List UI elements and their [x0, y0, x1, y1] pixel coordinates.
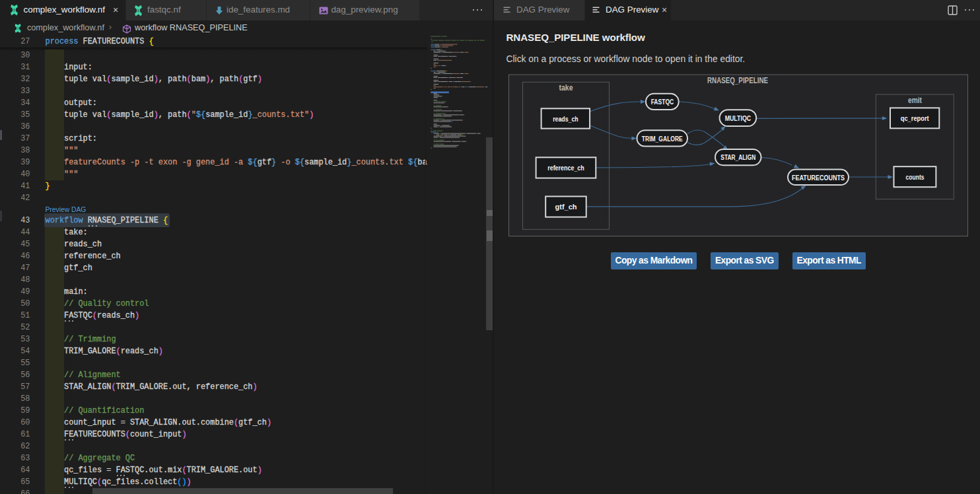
- svg-text:counts: counts: [906, 172, 925, 181]
- svg-text:emit: emit: [908, 96, 922, 105]
- svg-text:RNASEQ_PIPELINE: RNASEQ_PIPELINE: [707, 76, 768, 85]
- svg-text:qc_report: qc_report: [901, 114, 929, 122]
- svg-text:TRIM_GALORE: TRIM_GALORE: [642, 134, 683, 143]
- svg-text:FASTQC: FASTQC: [651, 97, 674, 106]
- svg-text:reads_ch: reads_ch: [553, 114, 578, 123]
- svg-text:STAR_ALIGN: STAR_ALIGN: [720, 153, 755, 161]
- svg-text:take: take: [559, 83, 573, 92]
- svg-text:reference_ch: reference_ch: [547, 163, 584, 172]
- svg-text:gtf_ch: gtf_ch: [555, 202, 577, 211]
- svg-text:MULTIQC: MULTIQC: [725, 114, 752, 122]
- svg-text:FEATURECOUNTS: FEATURECOUNTS: [792, 173, 845, 182]
